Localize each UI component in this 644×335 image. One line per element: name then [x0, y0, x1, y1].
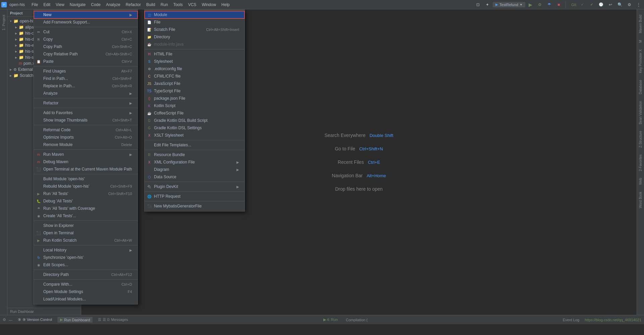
ctx-item-edit-templates[interactable]: Edit File Templates...: [145, 141, 245, 149]
ctx-item-typescript[interactable]: TS TypeScript File: [145, 87, 245, 95]
ctx-item-directory[interactable]: 📁 Directory: [145, 33, 245, 41]
run-config-dropdown[interactable]: ▶ TestRefund ▼: [493, 2, 525, 7]
ctx-item-copy[interactable]: ⎘ Copy Ctrl+C: [34, 36, 138, 43]
ctx-item-html[interactable]: H HTML File: [145, 50, 245, 58]
run-button[interactable]: ▶: [527, 1, 535, 9]
ctx-item-copy-path[interactable]: Copy Path Ctrl+Shift+C: [34, 43, 138, 50]
minimize-status-icon[interactable]: —: [9, 318, 12, 322]
more-icon[interactable]: ⋮: [635, 1, 643, 9]
search-icon[interactable]: 🔍: [616, 1, 624, 9]
ctx-item-debug-maven[interactable]: m Debug Maven: [34, 158, 138, 165]
messages-tab[interactable]: ☰ ☰ 0: Messages: [95, 317, 130, 323]
ctx-item-find-usages[interactable]: Find Usages Alt+F7: [34, 67, 138, 75]
ctx-item-datasource[interactable]: ⬡ Data Source: [145, 173, 245, 181]
ctx-item-gradle-settings[interactable]: G Gradle Kotlin DSL Settings: [145, 124, 245, 132]
ctx-item-show-thumbnails[interactable]: Show Image Thumbnails Ctrl+Shift+T: [34, 116, 138, 124]
ctx-item-packagejson[interactable]: {} package.json File: [145, 95, 245, 102]
sidebar-maven-build[interactable]: Maven Build: [638, 12, 643, 36]
ctx-item-run-coverage[interactable]: ☂ Run 'All Tests' with Coverage: [34, 205, 138, 212]
ctx-item-paste[interactable]: 📋 Paste Ctrl+V: [34, 58, 138, 65]
git-undo-icon[interactable]: ↩: [606, 1, 614, 9]
ctx-item-open-terminal[interactable]: ⬛ Open in Terminal: [34, 229, 138, 237]
ctx-item-kotlin-script[interactable]: K Kotlin Script: [145, 102, 245, 109]
menu-code[interactable]: Code: [88, 1, 103, 8]
git-check-icon[interactable]: ✓: [578, 1, 586, 9]
ctx-item-xml-config[interactable]: X XML Configuration File ▶: [145, 158, 245, 166]
menu-edit[interactable]: Edit: [41, 1, 53, 8]
compilation-tab[interactable]: Compilation (: [343, 317, 370, 323]
ctx-item-new[interactable]: New ▶: [34, 11, 138, 18]
ctx-item-local-history[interactable]: Local History ▶: [34, 246, 138, 254]
sidebar-word-book[interactable]: Word Book: [638, 189, 643, 211]
ctx-item-analyze[interactable]: Analyze ▶: [34, 90, 138, 97]
ctx-item-module[interactable]: ◫ Module: [145, 11, 245, 18]
sidebar-z-structure[interactable]: Z-Structure: [638, 128, 643, 150]
ctx-item-stylesheet[interactable]: S Stylesheet: [145, 58, 245, 65]
ctx-item-editorconfig[interactable]: ⚙ .editorconfig file: [145, 65, 245, 73]
ctx-item-javascript[interactable]: JS JavaScript File: [145, 80, 245, 87]
ctx-item-dir-path[interactable]: Directory Path Ctrl+Alt+F12: [34, 271, 138, 278]
sidebar-key-promoter[interactable]: Key Promoter X: [638, 47, 643, 76]
ctx-item-optimize[interactable]: Optimize Imports Ctrl+Alt+O: [34, 134, 138, 141]
ctx-item-synchronize[interactable]: ↻ Synchronize 'open-his': [34, 254, 138, 261]
menu-navigate[interactable]: Navigate: [67, 1, 88, 8]
restore-icon[interactable]: ⊡: [474, 1, 482, 9]
ctx-item-refactor[interactable]: Refactor ▶: [34, 99, 138, 107]
ctx-item-run-all-tests[interactable]: ▶ Run 'All Tests' Ctrl+Shift+F10: [34, 190, 138, 197]
ctx-item-find-path[interactable]: Find in Path... Ctrl+Shift+F: [34, 75, 138, 82]
ctx-item-remove-module[interactable]: Remove Module Delete: [34, 141, 138, 148]
ctx-item-mybatis[interactable]: ⬛ New MybatisGeneratorFile: [145, 202, 245, 210]
git-clock-icon[interactable]: 🕐: [597, 1, 605, 9]
ctx-item-run-kotlin[interactable]: ▶ Run Kotlin Scratch Ctrl+Alt+W: [34, 237, 138, 244]
version-control-tab[interactable]: ⑨ ⑨ Version Control: [15, 317, 55, 323]
ctx-item-copy-rel[interactable]: Copy Relative Path Ctrl+Alt+Shift+C: [34, 50, 138, 58]
run-dashboard-link[interactable]: Run Dashboar: [7, 308, 81, 315]
bookmark-icon[interactable]: ✦: [483, 1, 491, 9]
sidebar-bean-validation[interactable]: Bean Validation: [638, 98, 643, 127]
ctx-item-gradle-build[interactable]: G Gradle Kotlin DSL Build Script: [145, 117, 245, 124]
ctx-item-edit-scopes[interactable]: ◉ Edit Scopes...: [34, 261, 138, 269]
run-dashboard-tab[interactable]: ▶ Run Dashboard: [57, 317, 93, 323]
menu-refactor[interactable]: Refactor: [123, 1, 144, 8]
menu-file[interactable]: File: [29, 1, 41, 8]
ctx-item-xslt[interactable]: X XSLT Stylesheet: [145, 132, 245, 139]
menu-vcs[interactable]: VCS: [185, 1, 199, 8]
settings-icon[interactable]: ⚙: [625, 1, 633, 9]
ctx-item-module-settings[interactable]: Open Module Settings F4: [34, 288, 138, 295]
menu-window[interactable]: Window: [199, 1, 219, 8]
sidebar-web[interactable]: Web: [638, 175, 643, 187]
ctx-item-run-maven[interactable]: m Run Maven ▶: [34, 151, 138, 158]
ctx-item-load-unload[interactable]: Load/Unload Modules...: [34, 295, 138, 303]
sidebar-favorites[interactable]: 2-Favorites: [638, 152, 643, 174]
ctx-item-build-module[interactable]: Build Module 'open-his': [34, 175, 138, 183]
ctx-item-plugin-devkit[interactable]: 🔌 Plugin DevKit ▶: [145, 183, 245, 190]
ctx-item-rebuild-module[interactable]: Rebuild Module 'open-his' Ctrl+Shift+F9: [34, 183, 138, 190]
event-log-tab[interactable]: Event Log: [560, 317, 582, 323]
ctx-item-scratch-file[interactable]: 📝 Scratch File Ctrl+Alt+Shift+Insert: [145, 26, 245, 33]
ctx-item-reformat[interactable]: Reformat Code Ctrl+Alt+L: [34, 126, 138, 134]
stop-button[interactable]: ■: [555, 1, 563, 9]
ctx-item-file[interactable]: 📄 File: [145, 18, 245, 26]
ctx-item-debug-all-tests[interactable]: 🐛 Debug 'All Tests': [34, 197, 138, 205]
ctx-item-http-request[interactable]: 🌐 HTTP Request: [145, 193, 245, 200]
ctx-item-cut[interactable]: ✂ Cut Ctrl+X: [34, 28, 138, 36]
run-tab[interactable]: ▶ 4: Run: [321, 317, 340, 323]
ctx-item-add-framework[interactable]: Add Framework Support...: [34, 18, 138, 26]
ctx-item-replace-path[interactable]: Replace in Path... Ctrl+Shift+R: [34, 82, 138, 90]
settings-status-icon[interactable]: ⚙: [3, 318, 6, 322]
ctx-item-show-explorer[interactable]: Show in Explorer: [34, 222, 138, 229]
menu-run[interactable]: Run: [158, 1, 171, 8]
ctx-item-compare-with[interactable]: Compare With... Ctrl+D: [34, 281, 138, 288]
sidebar-tab-project[interactable]: 1: Project: [1, 12, 7, 33]
coverage-button[interactable]: ☂: [545, 1, 553, 9]
ctx-item-create-tests[interactable]: ◉ Create 'All Tests'...: [34, 212, 138, 220]
ctx-item-diagram[interactable]: Diagram ▶: [145, 166, 245, 173]
sidebar-maven-dep[interactable]: M: [638, 37, 643, 45]
menu-build[interactable]: Build: [144, 1, 158, 8]
build-button[interactable]: ⚙: [536, 1, 544, 9]
git-tick-icon[interactable]: ✔: [588, 1, 596, 9]
ctx-item-coffeescript[interactable]: ☕ CoffeeScript File: [145, 109, 245, 117]
ctx-item-cfml[interactable]: C CFML/CFC file: [145, 73, 245, 80]
ctx-item-open-terminal-maven[interactable]: ⬛ Open Terminal at the Current Maven Mod…: [34, 165, 138, 173]
sidebar-database[interactable]: Database: [638, 77, 643, 97]
